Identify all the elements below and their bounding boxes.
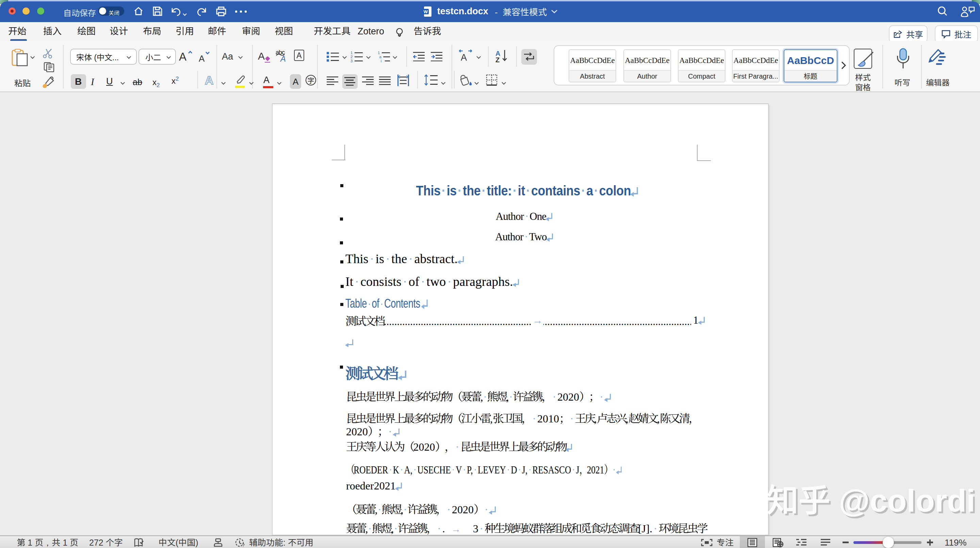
svg-text:3: 3: [350, 59, 353, 62]
svg-text:?: ?: [242, 543, 245, 547]
svg-text:W: W: [424, 9, 428, 14]
svg-text:i: i: [381, 59, 382, 62]
